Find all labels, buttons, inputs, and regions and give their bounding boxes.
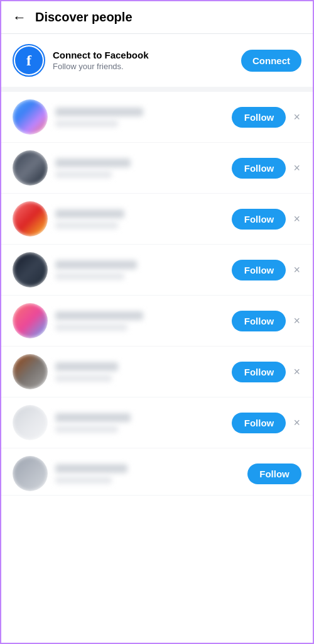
list-item: Follow ×: [1, 397, 313, 448]
facebook-icon-wrap: f: [13, 44, 45, 77]
dismiss-button[interactable]: ×: [292, 416, 301, 430]
user-info: [55, 362, 224, 382]
user-name: [55, 108, 143, 116]
user-handle: [55, 375, 112, 382]
facebook-banner-subtitle: Follow your friends.: [53, 62, 234, 71]
follow-button[interactable]: Follow: [232, 107, 286, 128]
list-item: Follow ×: [1, 245, 313, 296]
list-item: Follow ×: [1, 143, 313, 194]
list-item: Follow ×: [1, 194, 313, 245]
user-handle: [55, 222, 118, 229]
user-actions: Follow ×: [232, 413, 301, 433]
page-title: Discover people: [35, 10, 133, 25]
follow-button[interactable]: Follow: [232, 413, 286, 433]
user-info: [55, 108, 224, 127]
dismiss-button[interactable]: ×: [292, 365, 301, 379]
avatar: [13, 201, 48, 236]
follow-button[interactable]: Follow: [247, 464, 301, 484]
user-handle: [55, 171, 112, 178]
user-actions: Follow ×: [232, 158, 301, 179]
user-actions: Follow: [247, 464, 301, 484]
dismiss-button[interactable]: ×: [292, 161, 301, 175]
user-handle: [55, 426, 118, 433]
user-handle: [55, 120, 118, 127]
user-name: [55, 209, 124, 218]
facebook-banner-title: Connect to Facebook: [53, 50, 234, 60]
user-name: [55, 158, 131, 167]
user-actions: Follow ×: [232, 107, 301, 128]
user-name: [55, 362, 118, 371]
dismiss-button[interactable]: ×: [292, 263, 301, 277]
facebook-connect-banner: f Connect to Facebook Follow your friend…: [1, 34, 313, 92]
back-button[interactable]: ←: [13, 11, 26, 25]
user-name: [55, 311, 143, 320]
user-info: [55, 158, 224, 178]
list-item: Follow: [1, 448, 313, 496]
follow-button[interactable]: Follow: [232, 311, 286, 331]
user-handle: [55, 324, 127, 331]
dismiss-button[interactable]: ×: [292, 314, 301, 328]
follow-button[interactable]: Follow: [232, 260, 286, 280]
avatar: [13, 99, 48, 135]
avatar: [13, 405, 48, 440]
avatar: [13, 456, 48, 491]
user-list: Follow × Follow × Follow ×: [1, 92, 313, 496]
user-info: [55, 464, 240, 484]
dismiss-button[interactable]: ×: [292, 212, 301, 226]
follow-button[interactable]: Follow: [232, 362, 286, 382]
connect-facebook-button[interactable]: Connect: [241, 50, 301, 72]
list-item: Follow ×: [1, 296, 313, 347]
facebook-icon: f: [15, 47, 43, 74]
user-actions: Follow ×: [232, 260, 301, 280]
dismiss-button[interactable]: ×: [292, 110, 301, 124]
header: ← Discover people: [1, 1, 313, 34]
follow-button[interactable]: Follow: [232, 209, 286, 230]
user-handle: [55, 477, 112, 484]
list-item: Follow ×: [1, 347, 313, 397]
avatar: [13, 252, 48, 287]
list-item: Follow ×: [1, 92, 313, 143]
avatar: [13, 354, 48, 389]
user-actions: Follow ×: [232, 362, 301, 382]
user-info: [55, 260, 224, 280]
user-name: [55, 413, 131, 422]
avatar: [13, 303, 48, 338]
facebook-banner-text: Connect to Facebook Follow your friends.: [53, 50, 234, 71]
user-info: [55, 413, 224, 433]
avatar: [13, 150, 48, 186]
user-info: [55, 311, 224, 331]
follow-button[interactable]: Follow: [232, 158, 286, 179]
user-name: [55, 464, 127, 473]
user-handle: [55, 273, 124, 280]
user-actions: Follow ×: [232, 209, 301, 230]
user-actions: Follow ×: [232, 311, 301, 331]
user-info: [55, 209, 224, 229]
user-name: [55, 260, 137, 269]
